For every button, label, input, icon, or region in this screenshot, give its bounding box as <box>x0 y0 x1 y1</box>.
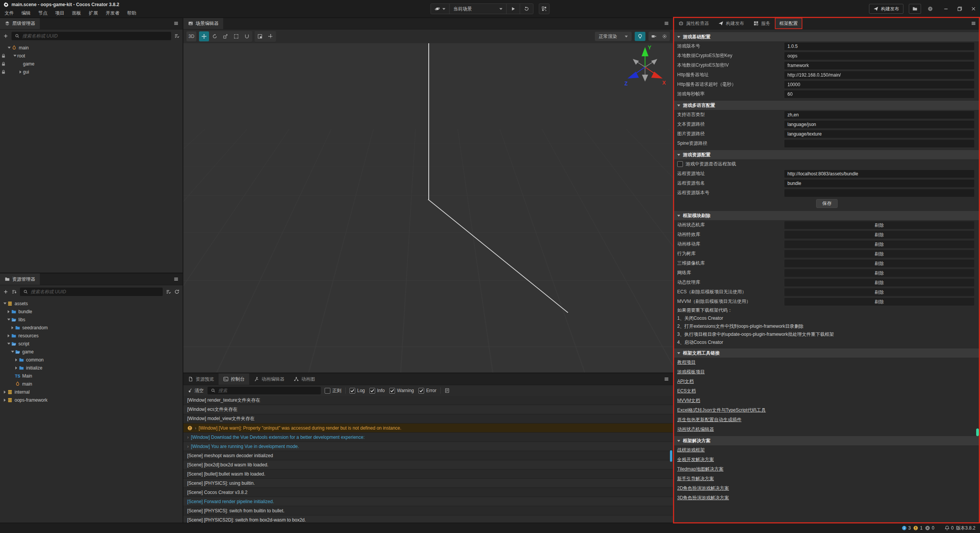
tree-node-libs[interactable]: libs <box>0 316 183 324</box>
inspector-menu-button[interactable] <box>967 18 980 29</box>
status-error-counter[interactable]: 0 <box>925 525 934 531</box>
remove-module-button[interactable]: 剔除 <box>784 221 974 229</box>
coordinate-toggle-button[interactable] <box>266 31 276 41</box>
doc-link[interactable]: API文档 <box>677 378 694 385</box>
log-row[interactable]: [Window] model_view文件夹存在 <box>183 414 673 423</box>
caret-right-icon[interactable] <box>14 358 19 361</box>
caret-right-icon[interactable] <box>14 366 19 370</box>
field-input[interactable] <box>784 189 974 197</box>
create-node-button[interactable] <box>3 33 8 39</box>
tab-console[interactable]: 控制台 <box>219 373 249 385</box>
regex-checkbox[interactable]: 正则 <box>325 387 341 394</box>
inspector-scrollbar-thumb[interactable] <box>976 428 979 436</box>
rotate-tool-button[interactable] <box>210 31 220 41</box>
menu-item-1[interactable]: 编辑 <box>18 10 34 16</box>
tree-node-oops-framework[interactable]: oops-framework <box>0 396 183 404</box>
log-row[interactable]: [Scene] [box2d]:box2d wasm lib loaded. <box>183 460 673 469</box>
pivot-toggle-button[interactable] <box>255 31 265 41</box>
tree-node-seedrandom[interactable]: seedrandom <box>0 324 183 332</box>
remove-module-button[interactable]: 剔除 <box>784 231 974 239</box>
caret-down-icon[interactable] <box>10 351 15 353</box>
tree-node-initialize[interactable]: initialize <box>0 364 183 372</box>
menu-item-3[interactable]: 项目 <box>51 10 68 16</box>
tree-node-game[interactable]: game <box>0 348 183 356</box>
rect-tool-button[interactable] <box>231 31 241 41</box>
sort-button[interactable] <box>11 289 17 294</box>
log-row[interactable]: ›[Window] [Vue warn]: Property "onInput"… <box>183 423 673 433</box>
status-warning-counter[interactable]: 1 <box>913 525 923 531</box>
remove-module-button[interactable]: 剔除 <box>784 260 974 267</box>
doc-link[interactable]: Tiledmap地图解决方案 <box>677 466 724 473</box>
menu-item-5[interactable]: 扩展 <box>85 10 102 16</box>
scene-select-dropdown[interactable]: 当前场景 <box>450 4 507 14</box>
log-row[interactable]: [Scene] [PHYSICS]: using builtin. <box>183 479 673 488</box>
filter-button[interactable] <box>166 289 171 294</box>
expand-chevron-icon[interactable]: › <box>187 435 188 440</box>
restore-button[interactable] <box>957 6 962 11</box>
log-file-button[interactable] <box>444 388 450 393</box>
refresh-button[interactable] <box>174 289 180 294</box>
section-header[interactable]: 框架解决方案 <box>674 436 980 445</box>
section-header[interactable]: 框架模块剔除 <box>674 211 980 220</box>
expand-chevron-icon[interactable]: › <box>195 425 196 430</box>
field-input[interactable] <box>784 140 974 147</box>
preview-target-dropdown[interactable] <box>431 4 450 14</box>
log-row[interactable]: [Window] ecs文件夹存在 <box>183 405 673 414</box>
caret-right-icon[interactable] <box>6 334 11 337</box>
caret-down-icon[interactable] <box>7 47 11 49</box>
expand-chevron-icon[interactable]: › <box>187 444 188 449</box>
tree-node-game[interactable]: game <box>0 60 183 68</box>
caret-down-icon[interactable] <box>6 343 11 345</box>
tab-assets[interactable]: 资源管理器 <box>0 273 40 285</box>
tab-animation-graph[interactable]: 动画图 <box>289 373 320 385</box>
filter-checkbox-warning[interactable]: Warning <box>389 388 414 394</box>
field-input[interactable]: http://192.168.0.150/main/ <box>784 71 974 79</box>
section-header[interactable]: 游戏多语言配置 <box>674 101 980 110</box>
caret-down-icon[interactable] <box>12 55 17 57</box>
scene-viewport[interactable]: Y X Z <box>183 43 673 373</box>
console-menu-button[interactable] <box>660 373 673 385</box>
log-row[interactable]: [Scene] Forward render pipeline initiali… <box>183 497 673 506</box>
doc-link[interactable]: 动画状态机编辑器 <box>677 426 714 433</box>
remove-module-button[interactable]: 剔除 <box>784 269 974 277</box>
field-input[interactable]: http://localhost:8083/assets/bundle <box>784 170 974 178</box>
restart-button[interactable] <box>520 4 533 14</box>
field-input[interactable]: 60 <box>784 90 974 98</box>
log-row[interactable]: [Scene] [PHYSICS]: switch from builtin t… <box>183 506 673 515</box>
remove-module-button[interactable]: 剔除 <box>784 298 974 306</box>
remove-module-button[interactable]: 剔除 <box>784 288 974 296</box>
log-row[interactable]: ›[Window] Download the Vue Devtools exte… <box>183 433 673 442</box>
tree-node-bundle[interactable]: bundle <box>0 307 183 316</box>
caret-right-icon[interactable] <box>18 70 23 74</box>
tab-framework-config[interactable]: 框架配置 <box>775 18 802 29</box>
caret-right-icon[interactable] <box>2 399 7 402</box>
close-button[interactable] <box>971 6 976 11</box>
log-row[interactable]: ›[Window] You are running Vue in develop… <box>183 442 673 451</box>
doc-link[interactable]: 战棋游戏框架 <box>677 447 705 453</box>
save-button[interactable]: 保存 <box>816 199 838 208</box>
move-tool-button[interactable] <box>199 31 209 41</box>
field-input[interactable]: 10000 <box>784 81 974 88</box>
field-input[interactable]: language/json <box>784 121 974 128</box>
tab-scene-editor[interactable]: 场景编辑器 <box>183 18 223 29</box>
console-scrollbar-thumb[interactable] <box>670 450 672 462</box>
scene-menu-button[interactable] <box>660 18 673 29</box>
tab-services[interactable]: 服务 <box>749 18 775 29</box>
console-search-input[interactable]: 搜索 <box>207 387 321 394</box>
doc-link[interactable]: 3D角色扮演游戏解决方案 <box>677 495 729 501</box>
field-input[interactable]: bundle <box>784 180 974 187</box>
tab-hierarchy[interactable]: 层级管理器 <box>0 18 40 29</box>
log-row[interactable]: [Scene] meshopt wasm decoder initialized <box>183 451 673 460</box>
status-info-counter[interactable]: 3 <box>902 525 911 531</box>
log-row[interactable]: [Window] render_texture文件夹存在 <box>183 396 673 405</box>
remove-module-button[interactable]: 剔除 <box>784 240 974 248</box>
tree-node-assets[interactable]: assets <box>0 299 183 307</box>
status-notification-counter[interactable]: 0 <box>944 525 954 531</box>
menu-item-4[interactable]: 面板 <box>68 10 85 16</box>
minimize-button[interactable] <box>943 6 949 11</box>
lock-icon[interactable] <box>0 53 7 59</box>
filter-checkbox-info[interactable]: Info <box>369 388 385 394</box>
section-header[interactable]: 游戏基础配置 <box>674 32 980 41</box>
tab-property-inspector[interactable]: 属性检查器 <box>674 18 714 29</box>
caret-right-icon[interactable] <box>6 310 11 313</box>
